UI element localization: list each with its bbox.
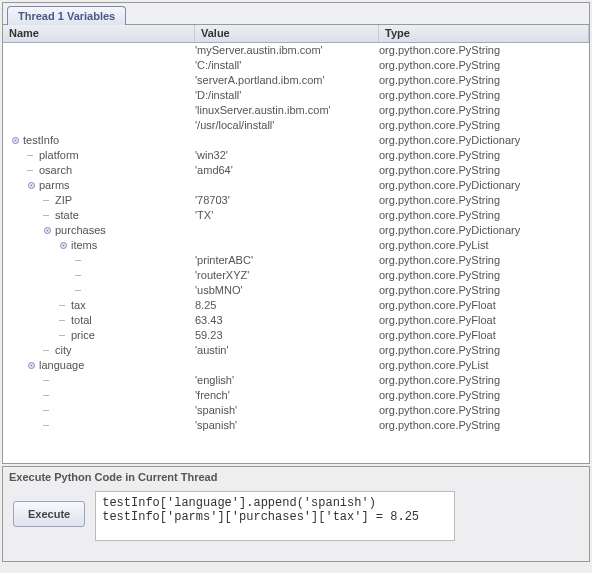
cell-type: org.python.core.PyString	[379, 343, 589, 358]
node-label: platform	[39, 148, 79, 163]
table-row[interactable]: osarch'amd64'org.python.core.PyString	[3, 163, 589, 178]
tree-leaf-icon	[43, 421, 52, 430]
tree-line	[59, 91, 68, 100]
cell-value	[195, 178, 379, 193]
tree-leaf-icon	[43, 211, 52, 220]
column-header-type[interactable]: Type	[379, 25, 589, 42]
svg-point-11	[63, 245, 65, 247]
expand-toggle-icon[interactable]	[11, 136, 20, 145]
cell-name	[3, 283, 195, 298]
node-label: city	[55, 343, 72, 358]
cell-value: 'austin'	[195, 343, 379, 358]
column-header-value[interactable]: Value	[195, 25, 379, 42]
table-row[interactable]: 'usbMNO'org.python.core.PyString	[3, 283, 589, 298]
cell-name	[3, 388, 195, 403]
table-row[interactable]: testInfoorg.python.core.PyDictionary	[3, 133, 589, 148]
cell-name: platform	[3, 148, 195, 163]
svg-point-20	[31, 365, 33, 367]
cell-name	[3, 373, 195, 388]
table-row[interactable]: 'printerABC'org.python.core.PyString	[3, 253, 589, 268]
execute-button[interactable]: Execute	[13, 501, 85, 527]
cell-name	[3, 73, 195, 88]
table-row[interactable]: price59.23org.python.core.PyFloat	[3, 328, 589, 343]
execute-panel: Execute Python Code in Current Thread Ex…	[2, 466, 590, 562]
table-row[interactable]: 'D:/install'org.python.core.PyString	[3, 88, 589, 103]
tree-line	[59, 76, 68, 85]
expand-toggle-icon[interactable]	[43, 226, 52, 235]
node-label: language	[39, 358, 84, 373]
cell-type: org.python.core.PyString	[379, 58, 589, 73]
tab-thread-variables[interactable]: Thread 1 Variables	[7, 6, 126, 25]
cell-value: '78703'	[195, 193, 379, 208]
table-row[interactable]: city'austin'org.python.core.PyString	[3, 343, 589, 358]
table-row[interactable]: 'english'org.python.core.PyString	[3, 373, 589, 388]
cell-name	[3, 58, 195, 73]
node-label: state	[55, 208, 79, 223]
node-label: testInfo	[23, 133, 59, 148]
node-label: purchases	[55, 223, 106, 238]
tree-leaf-icon	[43, 196, 52, 205]
table-row[interactable]: purchasesorg.python.core.PyDictionary	[3, 223, 589, 238]
cell-type: org.python.core.PyString	[379, 148, 589, 163]
expand-toggle-icon[interactable]	[27, 361, 36, 370]
table-row[interactable]: parmsorg.python.core.PyDictionary	[3, 178, 589, 193]
cell-value	[195, 238, 379, 253]
cell-type: org.python.core.PyString	[379, 73, 589, 88]
table-row[interactable]: 'linuxServer.austin.ibm.com'org.python.c…	[3, 103, 589, 118]
table-row[interactable]: languageorg.python.core.PyList	[3, 358, 589, 373]
cell-value: 8.25	[195, 298, 379, 313]
column-header-name[interactable]: Name	[3, 25, 195, 42]
cell-value: 59.23	[195, 328, 379, 343]
tree-line	[59, 61, 68, 70]
cell-name: osarch	[3, 163, 195, 178]
cell-type: org.python.core.PyString	[379, 118, 589, 133]
cell-name: parms	[3, 178, 195, 193]
svg-point-9	[47, 230, 49, 232]
table-row[interactable]: 'C:/install'org.python.core.PyString	[3, 58, 589, 73]
table-row[interactable]: 'spanish'org.python.core.PyString	[3, 403, 589, 418]
cell-value	[195, 358, 379, 373]
svg-point-5	[31, 185, 33, 187]
table-row[interactable]: itemsorg.python.core.PyList	[3, 238, 589, 253]
table-body[interactable]: 'myServer.austin.ibm.com'org.python.core…	[3, 43, 589, 463]
table-row[interactable]: total63.43org.python.core.PyFloat	[3, 313, 589, 328]
code-input[interactable]: testInfo['language'].append('spanish') t…	[95, 491, 455, 541]
expand-toggle-icon[interactable]	[59, 241, 68, 250]
tree-leaf-icon	[27, 166, 36, 175]
expand-toggle-icon[interactable]	[27, 181, 36, 190]
cell-name: city	[3, 343, 195, 358]
svg-point-1	[15, 140, 17, 142]
cell-type: org.python.core.PyFloat	[379, 313, 589, 328]
table-row[interactable]: state'TX'org.python.core.PyString	[3, 208, 589, 223]
cell-value: 'spanish'	[195, 403, 379, 418]
table-row[interactable]: tax8.25org.python.core.PyFloat	[3, 298, 589, 313]
tree-leaf-icon	[27, 151, 36, 160]
cell-type: org.python.core.PyString	[379, 403, 589, 418]
table-row[interactable]: 'myServer.austin.ibm.com'org.python.core…	[3, 43, 589, 58]
cell-type: org.python.core.PyString	[379, 388, 589, 403]
cell-value: 'win32'	[195, 148, 379, 163]
cell-value: 'french'	[195, 388, 379, 403]
cell-type: org.python.core.PyString	[379, 283, 589, 298]
cell-value: 'TX'	[195, 208, 379, 223]
table-row[interactable]: 'serverA.portland.ibm.com'org.python.cor…	[3, 73, 589, 88]
tree-leaf-icon	[43, 391, 52, 400]
table-row[interactable]: 'french'org.python.core.PyString	[3, 388, 589, 403]
cell-type: org.python.core.PyList	[379, 238, 589, 253]
cell-type: org.python.core.PyDictionary	[379, 223, 589, 238]
table-row[interactable]: 'spanish'org.python.core.PyString	[3, 418, 589, 433]
table-row[interactable]: ZIP'78703'org.python.core.PyString	[3, 193, 589, 208]
cell-name	[3, 118, 195, 133]
cell-value: 'usbMNO'	[195, 283, 379, 298]
tree-leaf-icon	[43, 346, 52, 355]
cell-name	[3, 88, 195, 103]
cell-value: 'english'	[195, 373, 379, 388]
cell-value: 63.43	[195, 313, 379, 328]
cell-name: purchases	[3, 223, 195, 238]
tree-leaf-icon	[75, 271, 84, 280]
node-label: price	[71, 328, 95, 343]
table-row[interactable]: platform'win32'org.python.core.PyString	[3, 148, 589, 163]
table-row[interactable]: 'routerXYZ'org.python.core.PyString	[3, 268, 589, 283]
node-label: parms	[39, 178, 70, 193]
table-row[interactable]: '/usr/local/install'org.python.core.PySt…	[3, 118, 589, 133]
